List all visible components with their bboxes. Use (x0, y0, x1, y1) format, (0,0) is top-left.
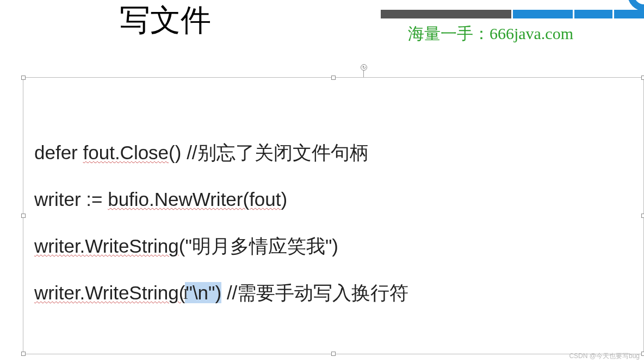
code-line-1[interactable]: defer fout.Close() //别忘了关闭文件句柄 (34, 137, 633, 168)
resize-handle-top-middle[interactable] (331, 76, 336, 80)
resize-handle-middle-right[interactable] (641, 214, 644, 218)
code-line-4[interactable]: writer.WriteString("\n") //需要手动写入换行符 (34, 278, 633, 308)
resize-handle-middle-left[interactable] (21, 214, 26, 218)
spellcheck-text: bufio.NewWriter(fout (108, 189, 281, 210)
resize-handle-top-left[interactable] (21, 76, 26, 80)
spellcheck-text: writer.WriteString (34, 235, 179, 256)
code-text: ) (281, 189, 288, 210)
resize-handle-bottom-middle[interactable] (331, 352, 336, 356)
code-text: defer (34, 142, 83, 163)
slide-title: 写文件 (120, 0, 211, 41)
code-line-2[interactable]: writer := bufio.NewWriter(fout) (34, 184, 633, 215)
code-text: () //别忘了关闭文件句柄 (169, 142, 368, 163)
text-box[interactable]: defer fout.Close() //别忘了关闭文件句柄 writer :=… (23, 77, 644, 354)
bar-segment (614, 10, 644, 18)
code-text: ("明月多情应笑我") (179, 235, 338, 256)
code-text: //需要手动写入换行符 (221, 282, 408, 303)
bar-segment (574, 10, 612, 18)
spellcheck-text: fout.Close (83, 142, 169, 163)
code-content[interactable]: defer fout.Close() //别忘了关闭文件句柄 writer :=… (23, 78, 643, 335)
rotation-stem (363, 71, 364, 77)
resize-handle-top-right[interactable] (641, 76, 644, 80)
code-text: writer := (34, 189, 108, 210)
code-line-3[interactable]: writer.WriteString("明月多情应笑我") (34, 231, 633, 261)
bar-segment (513, 10, 573, 18)
bar-segment (381, 10, 511, 18)
watermark: CSDN @今天也要写bug (569, 352, 640, 361)
resize-handle-bottom-right[interactable] (641, 352, 644, 356)
decorative-bars (381, 10, 644, 18)
decorative-circle (628, 0, 644, 11)
selected-text[interactable]: "\n") (185, 282, 221, 303)
rotation-handle-icon[interactable] (361, 64, 367, 71)
spellcheck-text: writer.WriteString( (34, 282, 185, 303)
resize-handle-bottom-left[interactable] (21, 352, 26, 356)
header-link: 海量一手：666java.com (408, 23, 573, 45)
